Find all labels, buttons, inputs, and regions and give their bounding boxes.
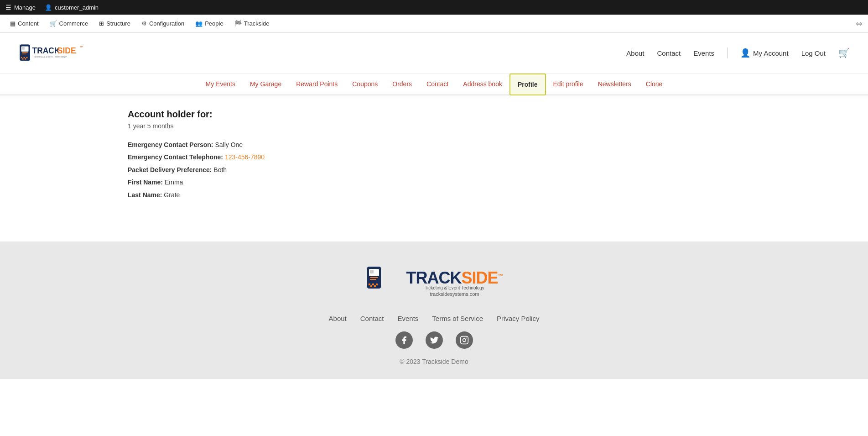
footer-copyright: © 2023 Trackside Demo	[9, 358, 859, 365]
sub-nav-coupons[interactable]: Coupons	[345, 74, 385, 95]
nav-item-structure[interactable]: ⊞ Structure	[94, 17, 135, 30]
sub-nav-my-garage[interactable]: My Garage	[243, 74, 289, 95]
footer-logo-text-area: TRACKSIDE™ Ticketing & Event Technology …	[406, 268, 503, 297]
svg-rect-3	[22, 53, 28, 53]
svg-rect-29	[369, 285, 370, 287]
sub-nav-contact[interactable]: Contact	[419, 74, 456, 95]
svg-rect-25	[370, 284, 372, 285]
svg-rect-24	[369, 284, 370, 285]
header-nav-contact[interactable]: Contact	[657, 49, 681, 57]
svg-rect-14	[26, 58, 27, 60]
configuration-icon: ⚙	[141, 20, 147, 27]
footer-logo-side: SIDE	[461, 268, 498, 287]
account-holder-title: Account holder for:	[128, 109, 740, 120]
svg-rect-12	[24, 58, 25, 60]
svg-text:TRACK: TRACK	[32, 46, 60, 55]
facebook-icon[interactable]	[395, 331, 413, 349]
field-emergency-contact-person: Emergency Contact Person: Sally One	[128, 140, 740, 150]
field-label-first-name: First Name:	[128, 179, 163, 186]
field-label-last-name: Last Name:	[128, 191, 162, 199]
svg-rect-13	[25, 58, 26, 60]
field-packet-delivery: Packet Delivery Preference: Both	[128, 165, 740, 175]
header-nav-events[interactable]: Events	[693, 49, 714, 57]
svg-point-36	[466, 338, 467, 339]
nav-item-content[interactable]: ▤ Content	[5, 17, 43, 30]
svg-rect-28	[376, 284, 378, 285]
site-header: TRACK SIDE ™ Ticketing & Event Technolog…	[0, 33, 868, 74]
svg-rect-4	[22, 53, 26, 54]
footer-social	[9, 331, 859, 349]
manage-menu[interactable]: ☰ Manage	[5, 4, 36, 11]
sub-nav-edit-profile[interactable]: Edit profile	[546, 74, 591, 95]
header-nav-about[interactable]: About	[626, 49, 644, 57]
sub-nav-orders[interactable]: Orders	[385, 74, 419, 95]
svg-rect-34	[460, 336, 468, 344]
sub-nav-clone[interactable]: Clone	[639, 74, 670, 95]
footer-nav-events[interactable]: Events	[397, 315, 418, 322]
footer-logo: TRACKSIDE™ Ticketing & Event Technology …	[9, 264, 859, 301]
svg-rect-10	[21, 58, 22, 60]
logout-button[interactable]: Log Out	[801, 49, 826, 57]
sub-nav-address-book[interactable]: Address book	[456, 74, 509, 95]
sub-nav-reward-points[interactable]: Reward Points	[289, 74, 345, 95]
header-nav-divider	[727, 47, 728, 58]
field-value-first-name: Emma	[165, 179, 183, 186]
content-icon: ▤	[10, 20, 16, 27]
commerce-icon: 🛒	[50, 20, 57, 27]
sub-nav-my-events[interactable]: My Events	[198, 74, 243, 95]
user-icon: 👤	[45, 4, 52, 11]
resize-handle[interactable]: ⇔	[856, 19, 863, 29]
twitter-icon[interactable]	[426, 331, 443, 349]
footer-nav: About Contact Events Terms of Service Pr…	[9, 315, 859, 322]
footer-logo-icon	[365, 264, 401, 301]
nav-commerce-label: Commerce	[59, 20, 88, 27]
cart-icon[interactable]: 🛒	[838, 47, 850, 58]
svg-rect-6	[22, 57, 24, 58]
admin-user: 👤 customer_admin	[45, 4, 99, 11]
my-account-label: My Account	[753, 49, 789, 57]
footer-logo-tm: ™	[498, 273, 503, 279]
svg-rect-32	[374, 285, 376, 287]
field-value-emergency-contact-telephone: 123-456-7890	[225, 153, 265, 161]
logo-area[interactable]: TRACK SIDE ™ Ticketing & Event Technolog…	[18, 40, 91, 66]
footer-nav-contact[interactable]: Contact	[360, 315, 384, 322]
field-emergency-contact-telephone: Emergency Contact Telephone: 123-456-789…	[128, 152, 740, 162]
svg-rect-8	[25, 57, 26, 58]
nav-item-trackside[interactable]: 🏁 Trackside	[230, 17, 274, 30]
nav-bar: ▤ Content 🛒 Commerce ⊞ Structure ⚙ Confi…	[0, 15, 868, 33]
my-account-button[interactable]: 👤 My Account	[740, 48, 789, 58]
footer-nav-about[interactable]: About	[329, 315, 347, 322]
nav-content-label: Content	[18, 20, 39, 27]
svg-rect-33	[376, 285, 378, 287]
field-first-name: First Name: Emma	[128, 177, 740, 187]
svg-text:SIDE: SIDE	[57, 46, 76, 55]
footer-nav-privacy[interactable]: Privacy Policy	[497, 315, 539, 322]
field-last-name: Last Name: Grate	[128, 190, 740, 200]
person-icon: 👤	[740, 48, 750, 58]
footer-nav-terms[interactable]: Terms of Service	[432, 315, 483, 322]
field-label-packet-delivery: Packet Delivery Preference:	[128, 166, 212, 173]
field-value-packet-delivery: Both	[213, 166, 227, 173]
header-nav: About Contact Events 👤 My Account Log Ou…	[626, 47, 850, 58]
svg-point-35	[463, 339, 466, 342]
structure-icon: ⊞	[99, 20, 104, 27]
svg-text:Ticketing & Event Technology: Ticketing & Event Technology	[32, 55, 67, 58]
site-logo[interactable]: TRACK SIDE ™ Ticketing & Event Technolog…	[18, 40, 91, 66]
svg-rect-5	[21, 57, 22, 58]
nav-item-people[interactable]: 👥 People	[191, 17, 228, 30]
nav-item-commerce[interactable]: 🛒 Commerce	[45, 17, 93, 30]
account-duration: 1 year 5 months	[128, 122, 740, 130]
svg-rect-21	[370, 270, 374, 273]
instagram-icon[interactable]	[456, 331, 473, 349]
user-label: customer_admin	[55, 4, 99, 11]
nav-item-configuration[interactable]: ⚙ Configuration	[137, 17, 189, 30]
site-footer: TRACKSIDE™ Ticketing & Event Technology …	[0, 242, 868, 379]
svg-rect-26	[372, 284, 374, 285]
svg-rect-11	[22, 58, 24, 60]
svg-rect-31	[372, 285, 374, 287]
footer-logo-url: tracksidesystems.com	[406, 291, 503, 297]
trackside-icon: 🏁	[234, 20, 242, 27]
sub-nav-profile[interactable]: Profile	[509, 74, 546, 95]
field-value-emergency-contact-person: Sally One	[215, 141, 243, 148]
sub-nav-newsletters[interactable]: Newsletters	[591, 74, 639, 95]
